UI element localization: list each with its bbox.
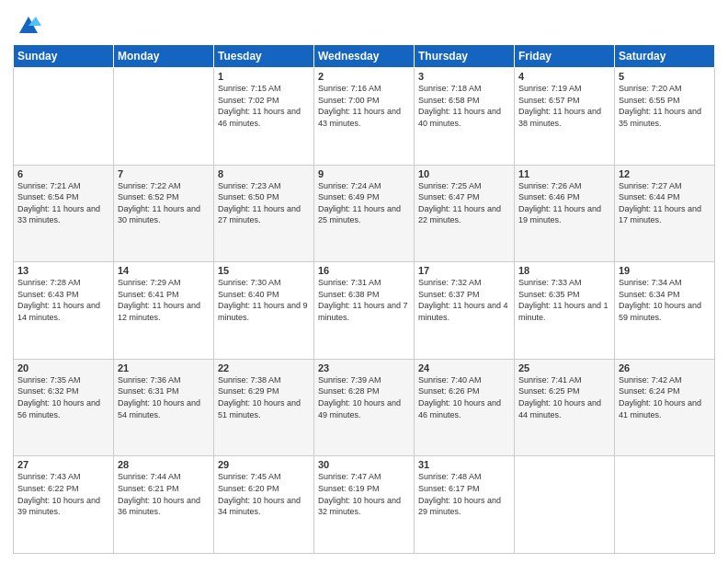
day-number: 25 <box>518 362 610 373</box>
week-row-3: 13Sunrise: 7:28 AMSunset: 6:43 PMDayligh… <box>14 262 715 360</box>
day-number: 8 <box>218 168 310 179</box>
day-number: 16 <box>318 265 410 276</box>
header <box>13 9 715 39</box>
day-info: Sunrise: 7:44 AMSunset: 6:21 PMDaylight:… <box>118 472 200 516</box>
calendar-cell <box>615 456 715 554</box>
day-info: Sunrise: 7:22 AMSunset: 6:52 PMDaylight:… <box>118 181 200 225</box>
day-info: Sunrise: 7:15 AMSunset: 7:02 PMDaylight:… <box>218 84 301 128</box>
day-info: Sunrise: 7:33 AMSunset: 6:35 PMDaylight:… <box>518 278 609 322</box>
calendar-cell: 31Sunrise: 7:48 AMSunset: 6:17 PMDayligh… <box>415 456 515 554</box>
calendar-cell: 11Sunrise: 7:26 AMSunset: 6:46 PMDayligh… <box>515 165 615 262</box>
day-info: Sunrise: 7:24 AMSunset: 6:49 PMDaylight:… <box>318 181 401 225</box>
calendar-cell <box>14 68 114 166</box>
weekday-header-thursday: Thursday <box>415 45 515 68</box>
day-number: 17 <box>418 265 510 276</box>
page: SundayMondayTuesdayWednesdayThursdayFrid… <box>0 0 728 563</box>
day-info: Sunrise: 7:23 AMSunset: 6:50 PMDaylight:… <box>218 181 301 225</box>
calendar-cell: 20Sunrise: 7:35 AMSunset: 6:32 PMDayligh… <box>14 359 114 456</box>
week-row-1: 1Sunrise: 7:15 AMSunset: 7:02 PMDaylight… <box>14 68 715 166</box>
day-number: 3 <box>418 71 510 82</box>
day-info: Sunrise: 7:28 AMSunset: 6:43 PMDaylight:… <box>17 278 100 322</box>
day-info: Sunrise: 7:32 AMSunset: 6:37 PMDaylight:… <box>418 278 508 322</box>
calendar-cell: 28Sunrise: 7:44 AMSunset: 6:21 PMDayligh… <box>114 456 214 554</box>
calendar-cell <box>515 456 615 554</box>
weekday-header-row: SundayMondayTuesdayWednesdayThursdayFrid… <box>14 45 715 68</box>
week-row-5: 27Sunrise: 7:43 AMSunset: 6:22 PMDayligh… <box>14 456 715 554</box>
calendar-table: SundayMondayTuesdayWednesdayThursdayFrid… <box>13 44 715 554</box>
calendar-cell: 12Sunrise: 7:27 AMSunset: 6:44 PMDayligh… <box>615 165 715 262</box>
day-info: Sunrise: 7:16 AMSunset: 7:00 PMDaylight:… <box>318 84 401 128</box>
day-number: 5 <box>619 71 711 82</box>
day-number: 28 <box>118 459 210 470</box>
calendar-cell: 8Sunrise: 7:23 AMSunset: 6:50 PMDaylight… <box>214 165 314 262</box>
day-number: 13 <box>17 265 109 276</box>
day-number: 12 <box>619 168 711 179</box>
calendar-cell: 17Sunrise: 7:32 AMSunset: 6:37 PMDayligh… <box>415 262 515 360</box>
day-number: 15 <box>218 265 310 276</box>
day-info: Sunrise: 7:31 AMSunset: 6:38 PMDaylight:… <box>318 278 408 322</box>
day-info: Sunrise: 7:36 AMSunset: 6:31 PMDaylight:… <box>118 375 200 419</box>
calendar-cell: 27Sunrise: 7:43 AMSunset: 6:22 PMDayligh… <box>14 456 114 554</box>
calendar-cell: 1Sunrise: 7:15 AMSunset: 7:02 PMDaylight… <box>214 68 314 166</box>
day-number: 24 <box>418 362 510 373</box>
day-info: Sunrise: 7:35 AMSunset: 6:32 PMDaylight:… <box>17 375 100 419</box>
calendar-cell: 13Sunrise: 7:28 AMSunset: 6:43 PMDayligh… <box>14 262 114 360</box>
calendar-cell: 21Sunrise: 7:36 AMSunset: 6:31 PMDayligh… <box>114 359 214 456</box>
day-number: 22 <box>218 362 310 373</box>
day-info: Sunrise: 7:18 AMSunset: 6:58 PMDaylight:… <box>418 84 501 128</box>
day-number: 30 <box>318 459 410 470</box>
day-number: 1 <box>218 71 310 82</box>
day-info: Sunrise: 7:43 AMSunset: 6:22 PMDaylight:… <box>17 472 100 516</box>
day-info: Sunrise: 7:34 AMSunset: 6:34 PMDaylight:… <box>619 278 701 322</box>
day-number: 27 <box>17 459 109 470</box>
calendar-cell: 23Sunrise: 7:39 AMSunset: 6:28 PMDayligh… <box>314 359 415 456</box>
calendar-cell: 14Sunrise: 7:29 AMSunset: 6:41 PMDayligh… <box>114 262 214 360</box>
logo <box>13 13 41 39</box>
calendar-cell: 3Sunrise: 7:18 AMSunset: 6:58 PMDaylight… <box>415 68 515 166</box>
calendar-cell <box>114 68 214 166</box>
day-number: 11 <box>518 168 610 179</box>
day-number: 23 <box>318 362 410 373</box>
day-number: 29 <box>218 459 310 470</box>
calendar-cell: 26Sunrise: 7:42 AMSunset: 6:24 PMDayligh… <box>615 359 715 456</box>
day-info: Sunrise: 7:27 AMSunset: 6:44 PMDaylight:… <box>619 181 701 225</box>
calendar-cell: 16Sunrise: 7:31 AMSunset: 6:38 PMDayligh… <box>314 262 415 360</box>
calendar-cell: 29Sunrise: 7:45 AMSunset: 6:20 PMDayligh… <box>214 456 314 554</box>
day-number: 2 <box>318 71 410 82</box>
day-info: Sunrise: 7:19 AMSunset: 6:57 PMDaylight:… <box>518 84 601 128</box>
day-number: 26 <box>619 362 711 373</box>
weekday-header-saturday: Saturday <box>615 45 715 68</box>
calendar-cell: 9Sunrise: 7:24 AMSunset: 6:49 PMDaylight… <box>314 165 415 262</box>
weekday-header-monday: Monday <box>114 45 214 68</box>
day-info: Sunrise: 7:29 AMSunset: 6:41 PMDaylight:… <box>118 278 200 322</box>
calendar-cell: 22Sunrise: 7:38 AMSunset: 6:29 PMDayligh… <box>214 359 314 456</box>
weekday-header-friday: Friday <box>515 45 615 68</box>
calendar-cell: 2Sunrise: 7:16 AMSunset: 7:00 PMDaylight… <box>314 68 415 166</box>
day-number: 21 <box>118 362 210 373</box>
weekday-header-tuesday: Tuesday <box>214 45 314 68</box>
day-number: 4 <box>518 71 610 82</box>
day-info: Sunrise: 7:26 AMSunset: 6:46 PMDaylight:… <box>518 181 601 225</box>
day-info: Sunrise: 7:47 AMSunset: 6:19 PMDaylight:… <box>318 472 401 516</box>
week-row-4: 20Sunrise: 7:35 AMSunset: 6:32 PMDayligh… <box>14 359 715 456</box>
day-number: 10 <box>418 168 510 179</box>
day-number: 20 <box>17 362 109 373</box>
weekday-header-wednesday: Wednesday <box>314 45 415 68</box>
calendar-cell: 5Sunrise: 7:20 AMSunset: 6:55 PMDaylight… <box>615 68 715 166</box>
day-info: Sunrise: 7:45 AMSunset: 6:20 PMDaylight:… <box>218 472 301 516</box>
calendar-cell: 30Sunrise: 7:47 AMSunset: 6:19 PMDayligh… <box>314 456 415 554</box>
day-info: Sunrise: 7:39 AMSunset: 6:28 PMDaylight:… <box>318 375 401 419</box>
calendar-cell: 7Sunrise: 7:22 AMSunset: 6:52 PMDaylight… <box>114 165 214 262</box>
calendar-cell: 15Sunrise: 7:30 AMSunset: 6:40 PMDayligh… <box>214 262 314 360</box>
day-number: 7 <box>118 168 210 179</box>
day-info: Sunrise: 7:40 AMSunset: 6:26 PMDaylight:… <box>418 375 501 419</box>
day-number: 9 <box>318 168 410 179</box>
day-number: 6 <box>17 168 109 179</box>
week-row-2: 6Sunrise: 7:21 AMSunset: 6:54 PMDaylight… <box>14 165 715 262</box>
calendar-cell: 19Sunrise: 7:34 AMSunset: 6:34 PMDayligh… <box>615 262 715 360</box>
calendar-cell: 10Sunrise: 7:25 AMSunset: 6:47 PMDayligh… <box>415 165 515 262</box>
day-number: 14 <box>118 265 210 276</box>
calendar-cell: 4Sunrise: 7:19 AMSunset: 6:57 PMDaylight… <box>515 68 615 166</box>
day-info: Sunrise: 7:21 AMSunset: 6:54 PMDaylight:… <box>17 181 100 225</box>
day-info: Sunrise: 7:41 AMSunset: 6:25 PMDaylight:… <box>518 375 601 419</box>
